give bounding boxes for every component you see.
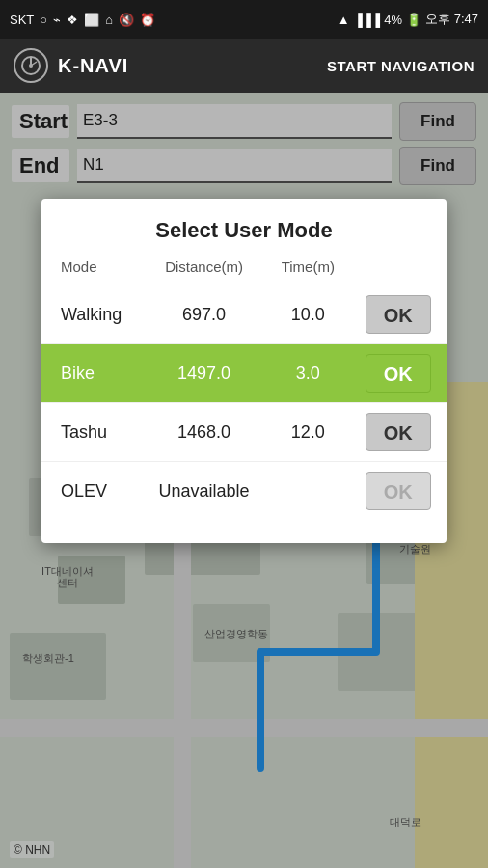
app-bar-left: K-NAVI bbox=[14, 48, 128, 83]
map-area: 정보과학 공학동 영상처리동 K빌딩 나노종합 기술원 IT대네이셔 센터 산업… bbox=[0, 93, 488, 868]
modal-bottom-space bbox=[41, 520, 447, 543]
table-row: Tashu1468.012.0OK bbox=[41, 403, 447, 462]
distance-cell: 1468.0 bbox=[142, 403, 266, 462]
home-icon: ⌂ bbox=[105, 13, 113, 27]
time-cell: 12.0 bbox=[266, 403, 350, 462]
status-left: SKT ○ ⌁ ❖ ⬜ ⌂ 🔇 ⏰ bbox=[10, 13, 155, 27]
select-user-mode-modal: Select User Mode Mode Distance(m) Time(m… bbox=[41, 199, 447, 543]
distance-cell: Unavailable bbox=[142, 462, 266, 521]
ok-cell: OK bbox=[350, 462, 447, 521]
wifi-icon: ▲ bbox=[338, 13, 350, 27]
ok-cell: OK bbox=[350, 403, 447, 462]
ok-button-row-1[interactable]: OK bbox=[366, 354, 431, 393]
carrier-label: SKT bbox=[10, 13, 34, 27]
app-title: K-NAVI bbox=[58, 55, 128, 77]
mode-cell: Tashu bbox=[41, 403, 142, 462]
app-logo bbox=[14, 48, 48, 83]
status-bar: SKT ○ ⌁ ❖ ⬜ ⌂ 🔇 ⏰ ▲ ▐▐▐ 4% 🔋 오후 7:47 bbox=[0, 0, 488, 39]
time-cell: 3.0 bbox=[266, 344, 350, 403]
mute-icon: 🔇 bbox=[119, 13, 134, 27]
battery-label: 4% bbox=[384, 13, 402, 27]
col-mode: Mode bbox=[41, 253, 142, 285]
table-row: OLEVUnavailableOK bbox=[41, 462, 447, 521]
time-cell bbox=[266, 462, 350, 521]
image-icon: ⬜ bbox=[84, 13, 99, 27]
mode-cell: OLEV bbox=[41, 462, 142, 521]
mode-cell: Bike bbox=[41, 344, 142, 403]
time-label: 오후 7:47 bbox=[425, 11, 478, 28]
modal-overlay: Select User Mode Mode Distance(m) Time(m… bbox=[0, 93, 488, 868]
mode-cell: Walking bbox=[41, 285, 142, 344]
svg-point-3 bbox=[29, 64, 33, 68]
distance-cell: 1497.0 bbox=[142, 344, 266, 403]
alarm-icon: ⏰ bbox=[140, 13, 155, 27]
circle-icon: ○ bbox=[40, 13, 47, 27]
start-navigation-button[interactable]: START NAVIGATION bbox=[327, 58, 474, 74]
modal-title: Select User Mode bbox=[41, 199, 447, 253]
signal-icon: ▐▐▐ bbox=[354, 13, 381, 27]
ok-cell: OK bbox=[350, 344, 447, 403]
app-bar: K-NAVI START NAVIGATION bbox=[0, 39, 488, 93]
ok-button-row-2[interactable]: OK bbox=[366, 413, 431, 451]
battery-icon: 🔋 bbox=[406, 13, 421, 27]
table-row: Bike1497.03.0OK bbox=[41, 344, 447, 403]
status-right: ▲ ▐▐▐ 4% 🔋 오후 7:47 bbox=[338, 11, 478, 28]
mode-table: Mode Distance(m) Time(m) Walking697.010.… bbox=[41, 253, 447, 520]
ok-button-row-3: OK bbox=[366, 472, 431, 510]
col-action bbox=[350, 253, 447, 285]
dropbox-icon: ❖ bbox=[67, 13, 78, 27]
ok-cell: OK bbox=[350, 285, 447, 344]
col-distance: Distance(m) bbox=[142, 253, 266, 285]
table-row: Walking697.010.0OK bbox=[41, 285, 447, 344]
distance-cell: 697.0 bbox=[142, 285, 266, 344]
usb-icon: ⌁ bbox=[53, 13, 61, 27]
time-cell: 10.0 bbox=[266, 285, 350, 344]
col-time: Time(m) bbox=[266, 253, 350, 285]
ok-button-row-0[interactable]: OK bbox=[366, 295, 431, 334]
table-header-row: Mode Distance(m) Time(m) bbox=[41, 253, 447, 285]
